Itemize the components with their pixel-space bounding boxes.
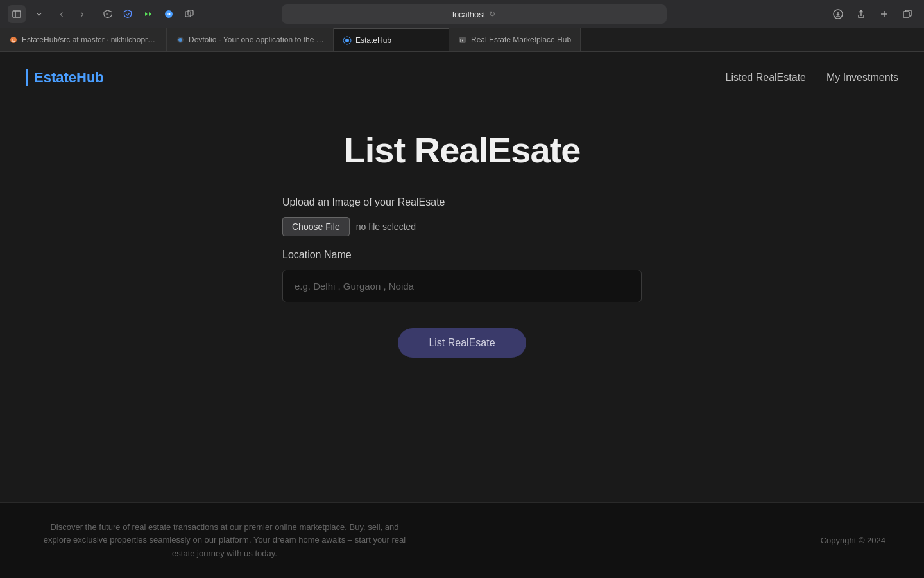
nav-my-investments[interactable]: My Investments [826,72,898,83]
tab-devfolio[interactable]: Devfolio - Your one application to the b… [167,28,334,51]
browser-tabs: G EstateHub/src at master · nikhilchopra… [0,28,924,51]
svg-point-2 [106,13,108,15]
svg-rect-10 [903,12,909,17]
shield-check-icon[interactable] [119,6,136,22]
tab-github-label: EstateHub/src at master · nikhilchopra08… [22,35,157,44]
address-bar[interactable]: localhost ↻ [282,4,667,24]
refresh-icon[interactable]: ↻ [489,10,495,19]
tab-marketplace[interactable]: R Real Estate Marketplace Hub [449,28,581,51]
page-title: List RealEsate [344,129,581,171]
github-favicon: G [9,35,18,44]
app-wrapper: EstateHub Listed RealEstate My Investmen… [0,52,924,578]
upload-label: Upload an Image of your RealEsate [282,197,642,208]
address-text: localhost [452,10,485,19]
marketplace-favicon: R [458,35,467,44]
new-tab-icon[interactable] [875,5,893,23]
svg-rect-0 [13,11,21,17]
main-content: List RealEsate Upload an Image of your R… [0,103,924,502]
footer-copyright: Copyright © 2024 [821,536,886,545]
nav-listed-realestate[interactable]: Listed RealEstate [726,72,806,83]
browser-chrome: ‹ › [0,0,924,52]
footer-description: Discover the future of real estate trans… [38,521,411,561]
app-header: EstateHub Listed RealEstate My Investmen… [0,52,924,103]
location-input[interactable] [282,270,642,302]
downloads-icon[interactable] [829,5,847,23]
arrow-icon[interactable] [160,6,177,22]
forward-button[interactable]: › [73,5,91,23]
tab-devfolio-label: Devfolio - Your one application to the b… [189,35,324,44]
sidebar-toggle-button[interactable] [8,5,26,23]
fast-forward-icon[interactable] [140,6,157,22]
submit-button[interactable]: List RealEsate [398,328,526,358]
estatehub-favicon [343,36,352,45]
browser-actions [829,5,916,23]
tab-estatehub-label: EstateHub [355,36,391,45]
share-icon[interactable] [852,5,870,23]
no-file-text: no file selected [356,222,416,232]
location-group: Location Name [282,249,642,302]
svg-point-16 [345,39,349,42]
devfolio-favicon [176,35,185,44]
file-input-row: Choose File no file selected [282,217,642,236]
shield-icon[interactable] [99,6,116,22]
back-button[interactable]: ‹ [53,5,71,23]
svg-text:R: R [460,38,463,42]
file-upload-group: Upload an Image of your RealEsate Choose… [282,197,642,236]
windows-icon[interactable] [898,5,916,23]
nav-buttons: ‹ › [53,5,91,23]
nav-links: Listed RealEstate My Investments [726,72,898,83]
window-icon[interactable] [181,6,198,22]
tab-estatehub[interactable]: EstateHub [334,28,449,51]
toolbar-icons [99,6,198,22]
svg-text:G: G [12,37,15,43]
form-container: Upload an Image of your RealEsate Choose… [282,197,642,358]
choose-file-button[interactable]: Choose File [282,217,350,236]
tab-menu-button[interactable] [31,6,47,22]
app-footer: Discover the future of real estate trans… [0,502,924,578]
location-label: Location Name [282,249,642,261]
tab-marketplace-label: Real Estate Marketplace Hub [471,35,571,44]
svg-point-14 [178,38,182,42]
brand-name: EstateHub [26,69,104,86]
tab-github[interactable]: G EstateHub/src at master · nikhilchopra… [0,28,167,51]
browser-toolbar: ‹ › [0,0,924,28]
